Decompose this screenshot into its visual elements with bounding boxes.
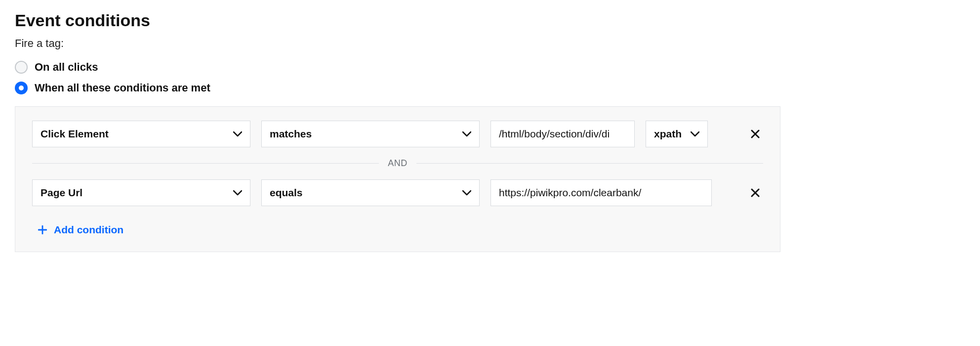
value-input[interactable] [490, 121, 635, 147]
separator-label: AND [388, 158, 408, 169]
fire-mode-radio-group: On all clicks When all these conditions … [15, 61, 965, 94]
operator-select[interactable]: matches [261, 121, 480, 147]
and-separator: AND [32, 158, 763, 169]
select-value: Click Element [41, 128, 228, 140]
separator-line [416, 163, 763, 164]
radio-icon [15, 82, 28, 94]
fire-tag-label: Fire a tag: [15, 37, 965, 50]
mode-select[interactable]: xpath [646, 121, 708, 147]
radio-label: On all clicks [35, 61, 98, 74]
separator-line [32, 163, 379, 164]
radio-label: When all these conditions are met [35, 82, 210, 94]
chevron-down-icon [691, 131, 699, 137]
select-value: equals [270, 187, 457, 199]
close-icon [751, 188, 760, 197]
remove-condition-button[interactable] [747, 126, 763, 142]
variable-select[interactable]: Page Url [32, 179, 250, 206]
select-value: xpath [654, 128, 686, 140]
value-input-field[interactable] [499, 180, 703, 206]
chevron-down-icon [233, 190, 242, 196]
conditions-panel: Click Element matches xpath [15, 106, 780, 252]
add-condition-button[interactable]: Add condition [32, 221, 763, 239]
chevron-down-icon [462, 131, 471, 137]
operator-select[interactable]: equals [261, 179, 480, 206]
section-title: Event conditions [15, 11, 965, 30]
select-value: Page Url [41, 187, 228, 199]
chevron-down-icon [462, 190, 471, 196]
remove-condition-button[interactable] [747, 185, 763, 201]
value-input[interactable] [490, 179, 712, 206]
plus-icon [38, 225, 47, 234]
condition-row: Page Url equals [32, 179, 763, 206]
close-icon [751, 130, 760, 138]
radio-when-conditions-met[interactable]: When all these conditions are met [15, 82, 965, 94]
radio-icon [15, 61, 28, 74]
value-input-field[interactable] [499, 121, 626, 147]
condition-row: Click Element matches xpath [32, 121, 763, 147]
chevron-down-icon [233, 131, 242, 137]
add-condition-label: Add condition [54, 224, 123, 236]
select-value: matches [270, 128, 457, 140]
radio-on-all-clicks[interactable]: On all clicks [15, 61, 965, 74]
variable-select[interactable]: Click Element [32, 121, 250, 147]
